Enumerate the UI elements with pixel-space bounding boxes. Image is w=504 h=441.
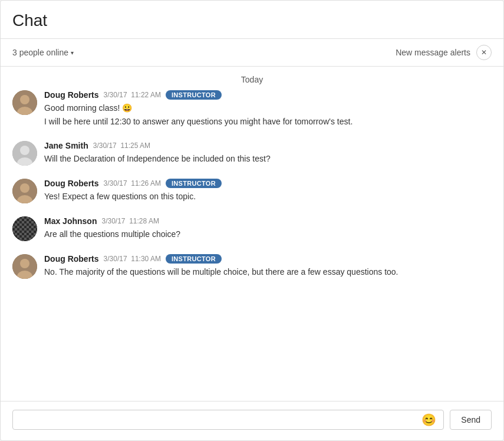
message-text: No. The majority of the questions will b…: [44, 266, 492, 278]
message-text: Yes! Expect a few questions on this topi…: [44, 190, 492, 203]
message-header: Doug Roberts 3/30/17 11:22 AM INSTRUCTOR: [44, 90, 492, 100]
chat-input[interactable]: [19, 415, 420, 424]
message-text-line2: I will be here until 12:30 to answer any…: [44, 116, 492, 128]
people-online-label: 3 people online: [12, 48, 68, 57]
instructor-badge: INSTRUCTOR: [166, 254, 222, 264]
message-header: Max Johnson 3/30/17 11:28 AM: [44, 216, 492, 226]
chat-input-area: 😊 Send: [1, 401, 503, 440]
message-author: Doug Roberts: [44, 90, 99, 100]
avatar: [12, 90, 37, 115]
svg-point-17: [20, 259, 29, 268]
message-time: 3/30/17 11:22 AM: [104, 91, 161, 99]
page-title: Chat: [12, 11, 492, 30]
message-text: Are all the questions multiple choice?: [44, 228, 492, 241]
svg-point-7: [20, 183, 29, 193]
message-body: Doug Roberts 3/30/17 11:22 AM INSTRUCTOR…: [44, 90, 492, 128]
message-body: Max Johnson 3/30/17 11:28 AM Are all the…: [44, 216, 492, 241]
svg-point-1: [20, 95, 29, 104]
chat-toolbar: 3 people online ▾ New message alerts ✕: [1, 39, 503, 67]
message-author: Max Johnson: [44, 216, 97, 226]
toolbar-right: New message alerts ✕: [396, 45, 492, 60]
new-message-alerts-label: New message alerts: [396, 48, 470, 57]
message-header: Doug Roberts 3/30/17 11:26 AM INSTRUCTOR: [44, 179, 492, 188]
message-text: Good morning class! 😀: [44, 102, 492, 114]
message-time: 3/30/17 11:25 AM: [93, 141, 150, 150]
avatar: [12, 141, 37, 166]
message-author: Doug Roberts: [44, 179, 99, 188]
message-time: 3/30/17 11:30 AM: [104, 255, 161, 263]
table-row: Jane Smith 3/30/17 11:25 AM Will the Dec…: [12, 141, 492, 166]
message-author: Jane Smith: [44, 141, 88, 150]
message-time: 3/30/17 11:26 AM: [104, 179, 161, 187]
chat-header: Chat: [1, 1, 503, 39]
message-text: Will the Declaration of Independence be …: [44, 153, 492, 165]
table-row: Doug Roberts 3/30/17 11:26 AM INSTRUCTOR…: [12, 179, 492, 203]
date-divider: Today: [12, 67, 492, 90]
chevron-down-icon: ▾: [71, 50, 74, 56]
people-online-dropdown[interactable]: 3 people online ▾: [12, 48, 74, 57]
table-row: Doug Roberts 3/30/17 11:30 AM INSTRUCTOR…: [12, 254, 492, 279]
table-row: Doug Roberts 3/30/17 11:22 AM INSTRUCTOR…: [12, 90, 492, 128]
avatar: [12, 254, 37, 279]
message-body: Doug Roberts 3/30/17 11:26 AM INSTRUCTOR…: [44, 179, 492, 203]
emoji-button[interactable]: 😊: [420, 414, 437, 426]
avatar: [12, 216, 37, 241]
message-time: 3/30/17 11:28 AM: [101, 217, 159, 225]
send-button[interactable]: Send: [450, 410, 492, 430]
chat-input-wrapper: 😊: [12, 410, 444, 430]
instructor-badge: INSTRUCTOR: [166, 90, 222, 100]
message-author: Doug Roberts: [44, 254, 99, 264]
message-body: Jane Smith 3/30/17 11:25 AM Will the Dec…: [44, 141, 492, 165]
avatar: [12, 179, 37, 203]
table-row: Max Johnson 3/30/17 11:28 AM Are all the…: [12, 216, 492, 241]
chat-container: Chat 3 people online ▾ New message alert…: [0, 0, 504, 441]
close-button[interactable]: ✕: [476, 45, 492, 60]
close-icon: ✕: [481, 48, 487, 57]
message-body: Doug Roberts 3/30/17 11:30 AM INSTRUCTOR…: [44, 254, 492, 278]
svg-point-4: [20, 146, 29, 155]
instructor-badge: INSTRUCTOR: [166, 179, 222, 188]
svg-point-14: [12, 216, 37, 241]
message-header: Doug Roberts 3/30/17 11:30 AM INSTRUCTOR: [44, 254, 492, 264]
message-header: Jane Smith 3/30/17 11:25 AM: [44, 141, 492, 150]
chat-messages: Today Doug Roberts 3/30/17 11:22 AM INST…: [1, 67, 503, 401]
